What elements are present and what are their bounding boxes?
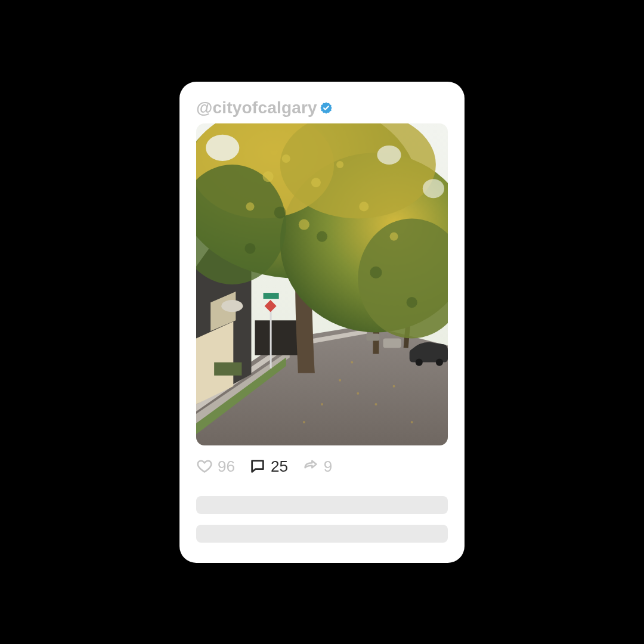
svg-point-21 [311, 178, 321, 187]
svg-point-42 [411, 421, 413, 423]
like-count: 96 [218, 457, 235, 476]
share-count: 9 [324, 457, 332, 476]
svg-rect-5 [214, 362, 242, 375]
social-post-card: @cityofcalgary [179, 82, 465, 563]
svg-point-33 [436, 358, 443, 366]
svg-point-22 [336, 161, 343, 168]
comment-button[interactable]: 25 [249, 457, 288, 476]
caption-placeholder [196, 496, 448, 543]
svg-point-31 [407, 297, 417, 308]
svg-point-32 [416, 358, 423, 366]
account-handle[interactable]: @cityofcalgary [196, 98, 317, 117]
svg-point-24 [359, 202, 369, 211]
svg-rect-34 [383, 338, 401, 348]
svg-point-39 [321, 402, 323, 405]
verified-badge-icon [320, 101, 333, 114]
comment-count: 25 [271, 457, 288, 476]
svg-rect-7 [270, 302, 272, 369]
svg-point-26 [299, 219, 309, 230]
svg-point-41 [303, 421, 305, 423]
share-button[interactable]: 9 [302, 457, 332, 476]
svg-point-37 [357, 392, 359, 394]
svg-point-17 [377, 145, 401, 164]
svg-point-40 [393, 385, 395, 387]
svg-rect-9 [264, 293, 279, 299]
svg-point-38 [374, 402, 377, 405]
heart-icon [196, 458, 213, 475]
share-icon [302, 458, 319, 475]
svg-point-30 [244, 243, 255, 253]
svg-rect-35 [366, 333, 379, 340]
svg-point-20 [282, 154, 290, 162]
like-button[interactable]: 96 [196, 457, 235, 476]
svg-point-29 [370, 266, 382, 278]
svg-point-27 [274, 206, 286, 218]
svg-point-23 [246, 202, 254, 210]
svg-point-18 [423, 179, 444, 198]
post-image[interactable] [196, 123, 448, 445]
svg-point-25 [390, 232, 398, 240]
post-header: @cityofcalgary [196, 98, 448, 117]
comment-icon [249, 458, 266, 475]
svg-point-16 [206, 134, 239, 160]
placeholder-line [196, 496, 448, 514]
svg-point-19 [263, 171, 274, 182]
placeholder-line [196, 525, 448, 543]
svg-point-28 [317, 231, 327, 242]
svg-point-4 [221, 300, 243, 312]
engagement-bar: 96 25 9 [196, 457, 448, 476]
svg-point-36 [339, 379, 341, 381]
svg-point-43 [351, 361, 353, 363]
